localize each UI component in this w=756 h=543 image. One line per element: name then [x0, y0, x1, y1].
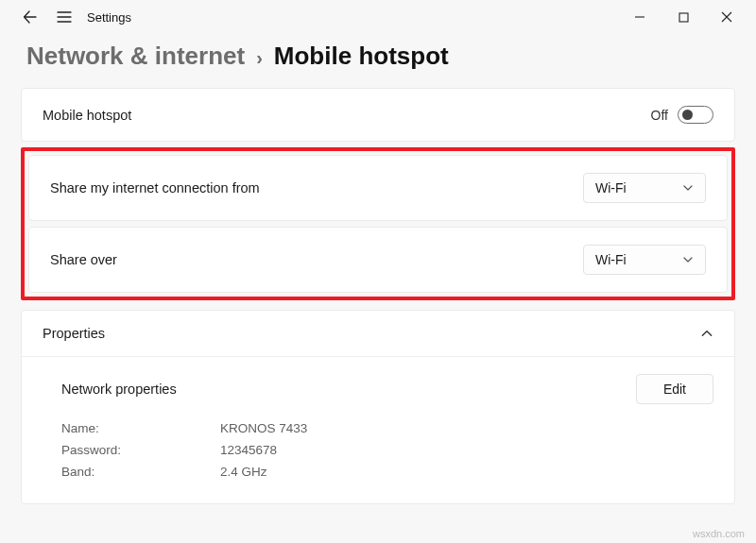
network-properties-label: Network properties	[43, 382, 636, 397]
close-button[interactable]	[705, 0, 748, 34]
hotspot-state-text: Off	[651, 108, 668, 123]
property-row-name: Name: KRONOS 7433	[43, 417, 713, 439]
breadcrumb-current: Mobile hotspot	[274, 42, 449, 71]
share-from-label: Share my internet connection from	[50, 180, 583, 195]
property-row-password: Password: 12345678	[43, 439, 713, 461]
property-value: KRONOS 7433	[220, 421, 307, 435]
back-button[interactable]	[13, 0, 47, 34]
chevron-up-icon	[700, 327, 713, 340]
toggle-knob	[682, 110, 693, 120]
property-value: 12345678	[220, 443, 277, 457]
properties-group: Properties Network properties Edit Name:…	[21, 310, 735, 504]
menu-button[interactable]	[47, 0, 81, 34]
svg-rect-0	[679, 13, 688, 22]
share-over-label: Share over	[50, 252, 583, 267]
properties-header[interactable]: Properties	[22, 311, 734, 356]
arrow-left-icon	[23, 9, 38, 25]
property-value: 2.4 GHz	[220, 465, 267, 479]
chevron-down-icon	[682, 254, 694, 265]
share-over-value: Wi-Fi	[595, 252, 627, 267]
maximize-icon	[679, 12, 689, 23]
property-row-band: Band: 2.4 GHz	[43, 461, 713, 483]
share-from-select[interactable]: Wi-Fi	[583, 173, 706, 203]
edit-button[interactable]: Edit	[636, 374, 713, 404]
maximize-button[interactable]	[662, 0, 705, 34]
minimize-icon	[634, 11, 645, 23]
property-key: Password:	[61, 443, 220, 457]
share-over-select[interactable]: Wi-Fi	[583, 245, 706, 275]
minimize-button[interactable]	[618, 0, 662, 34]
highlight-annotation: Share my internet connection from Wi-Fi …	[21, 147, 735, 300]
hotspot-label: Mobile hotspot	[43, 108, 651, 123]
title-bar: Settings	[0, 0, 756, 34]
breadcrumb: Network & internet › Mobile hotspot	[0, 34, 756, 84]
breadcrumb-parent[interactable]: Network & internet	[26, 42, 245, 71]
share-from-card: Share my internet connection from Wi-Fi	[28, 155, 728, 221]
chevron-right-icon: ›	[256, 47, 263, 69]
property-key: Band:	[61, 465, 220, 479]
hamburger-icon	[57, 10, 72, 24]
chevron-down-icon	[682, 182, 694, 194]
properties-title: Properties	[43, 326, 700, 341]
hotspot-toggle[interactable]	[678, 106, 713, 124]
close-icon	[721, 11, 732, 23]
share-from-value: Wi-Fi	[595, 180, 627, 195]
watermark: wsxdn.com	[693, 528, 745, 539]
property-key: Name:	[61, 421, 220, 435]
hotspot-toggle-card: Mobile hotspot Off	[21, 88, 735, 142]
share-over-card: Share over Wi-Fi	[28, 227, 728, 293]
app-title: Settings	[87, 10, 131, 25]
